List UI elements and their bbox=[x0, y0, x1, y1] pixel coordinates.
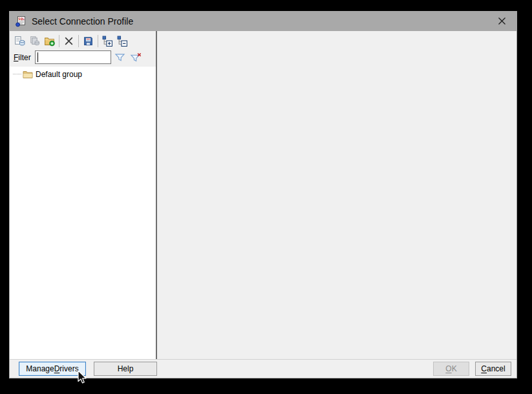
help-label: Help bbox=[118, 364, 134, 373]
toolbar-separator bbox=[78, 35, 79, 47]
new-profile-button[interactable] bbox=[12, 34, 27, 49]
ok-label-mnemonic: O bbox=[445, 364, 451, 373]
delete-profile-button[interactable] bbox=[61, 34, 76, 49]
profile-list-panel: Filter bbox=[10, 31, 156, 359]
filter-funnel-icon bbox=[114, 52, 125, 62]
dialog-body: Filter bbox=[10, 31, 516, 359]
filter-input[interactable] bbox=[35, 50, 111, 64]
profile-detail-panel bbox=[157, 31, 516, 359]
toolbar-separator bbox=[98, 35, 98, 47]
apply-filter-button[interactable] bbox=[112, 50, 127, 64]
manage-drivers-label-post: rivers bbox=[59, 364, 78, 373]
folder-icon bbox=[23, 70, 33, 79]
tree-item-default-group[interactable]: Default group bbox=[10, 69, 156, 80]
save-icon bbox=[83, 36, 94, 47]
collapse-all-button[interactable] bbox=[115, 34, 130, 49]
new-group-button[interactable] bbox=[42, 34, 57, 49]
copy-profile-button[interactable] bbox=[27, 34, 42, 49]
manage-drivers-label-mnemonic: D bbox=[54, 364, 60, 373]
filter-row: Filter bbox=[10, 49, 156, 67]
cancel-label-mnemonic: C bbox=[481, 364, 487, 373]
manage-drivers-label-pre: Manage bbox=[26, 364, 54, 373]
filter-label-rest: ilter bbox=[18, 53, 30, 62]
window-title: Select Connection Profile bbox=[32, 16, 133, 27]
expand-all-icon bbox=[102, 36, 113, 47]
new-profile-icon bbox=[14, 36, 25, 47]
profile-toolbar bbox=[10, 31, 156, 49]
toolbar-separator bbox=[59, 35, 59, 47]
new-folder-icon bbox=[44, 36, 55, 47]
filter-input-wrap bbox=[35, 50, 111, 64]
close-icon bbox=[498, 17, 506, 25]
expand-all-button[interactable] bbox=[100, 34, 115, 49]
sql-document-icon: SQL bbox=[15, 16, 27, 27]
help-button[interactable]: Help bbox=[94, 362, 157, 376]
filter-label: Filter bbox=[14, 53, 31, 62]
ok-button: OK bbox=[433, 362, 469, 376]
collapse-all-icon bbox=[117, 36, 128, 47]
clear-filter-button[interactable] bbox=[129, 50, 144, 64]
mouse-cursor bbox=[77, 370, 87, 385]
close-button[interactable] bbox=[495, 14, 509, 28]
title-bar[interactable]: SQL Select Connection Profile bbox=[10, 11, 516, 31]
tree-item-label: Default group bbox=[36, 70, 82, 79]
cancel-label-post: ancel bbox=[487, 364, 505, 373]
copy-profile-icon bbox=[29, 36, 40, 47]
text-caret bbox=[37, 52, 38, 62]
profile-tree: Default group bbox=[10, 67, 156, 359]
select-connection-profile-dialog: SQL Select Connection Profile bbox=[9, 11, 517, 378]
manage-drivers-button[interactable]: Manage Drivers bbox=[19, 362, 86, 376]
ok-label-post: K bbox=[452, 364, 457, 373]
screen: SQL Select Connection Profile bbox=[0, 0, 532, 394]
delete-icon bbox=[63, 36, 74, 47]
clear-filter-icon bbox=[130, 52, 142, 63]
tree-branch-line bbox=[13, 74, 21, 74]
svg-text:SQL: SQL bbox=[19, 16, 25, 20]
cancel-button[interactable]: Cancel bbox=[475, 362, 511, 376]
save-profiles-button[interactable] bbox=[81, 34, 96, 49]
